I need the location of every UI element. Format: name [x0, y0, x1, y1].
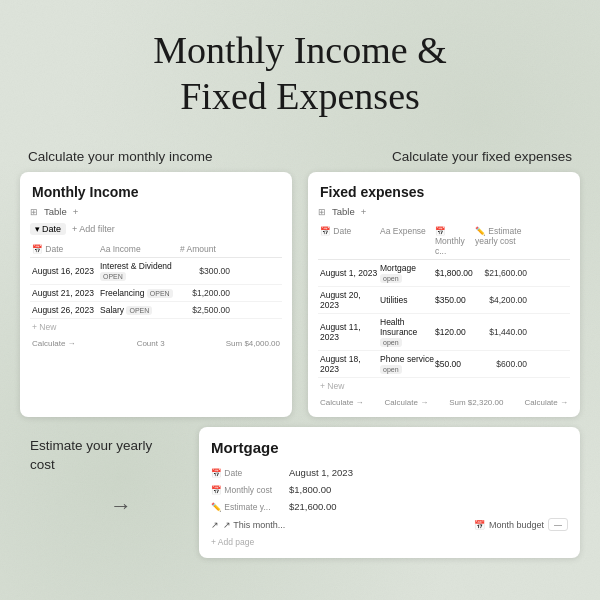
table-label: Table	[332, 206, 355, 217]
add-filter-label[interactable]: + Add filter	[72, 224, 115, 234]
table-row: August 1, 2023 Mortgage open $1,800.00 $…	[318, 260, 570, 287]
open-badge: OPEN	[100, 272, 126, 281]
row-monthly: $350.00	[435, 295, 475, 305]
open-badge: OPEN	[147, 289, 173, 298]
row-amount: $2,500.00	[180, 305, 230, 315]
minus-button[interactable]: —	[548, 518, 568, 531]
expense-toolbar: Table +	[318, 206, 570, 217]
col-monthly: 📅 Monthly c...	[435, 226, 475, 256]
page-title: Monthly Income & Fixed Expenses	[0, 0, 600, 139]
calc1[interactable]: Calculate →	[320, 398, 364, 407]
row-monthly: $120.00	[435, 327, 475, 337]
table-row: August 20, 2023 Utilities $350.00 $4,200…	[318, 287, 570, 314]
count-label: Count 3	[137, 339, 165, 348]
month-budget-section: 📅 Month budget —	[474, 518, 568, 531]
mortgage-monthly-row: 📅 Monthly cost $1,800.00	[211, 481, 568, 498]
sum-label: Sum $2,320.00	[449, 398, 503, 407]
new-row[interactable]: + New	[30, 319, 282, 335]
monthly-income-card: Monthly Income Table + ▾ Date + Add filt…	[20, 172, 292, 417]
add-page-row[interactable]: + Add page	[211, 534, 568, 550]
col-expense: Aa Expense	[380, 226, 435, 256]
row-date: August 20, 2023	[320, 290, 380, 310]
mortgage-title: Mortgage	[211, 439, 568, 456]
row-expense: Phone service open	[380, 354, 435, 374]
calculate-label[interactable]: Calculate →	[32, 339, 76, 348]
add-icon[interactable]: +	[73, 206, 79, 217]
col-date: 📅 Date	[320, 226, 380, 256]
row-expense: Utilities	[380, 295, 435, 305]
row-date: August 16, 2023	[32, 266, 100, 276]
expense-footer: Calculate → Calculate → Sum $2,320.00 Ca…	[318, 394, 570, 409]
income-filters: ▾ Date + Add filter	[30, 223, 282, 235]
row-date: August 21, 2023	[32, 288, 100, 298]
date-filter-button[interactable]: ▾ Date	[30, 223, 66, 235]
row-date: August 11, 2023	[320, 322, 380, 342]
calc2[interactable]: Calculate →	[385, 398, 429, 407]
table-row: August 21, 2023 Freelancing OPEN $1,200.…	[30, 285, 282, 302]
open-badge: open	[380, 274, 402, 283]
col-date: 📅 Date	[32, 244, 100, 254]
row-income: Salary OPEN	[100, 305, 180, 315]
col-income: Aa Income	[100, 244, 180, 254]
row-amount: $1,200.00	[180, 288, 230, 298]
expense-card-title: Fixed expenses	[318, 184, 570, 200]
mortgage-date-row: 📅 Date August 1, 2023	[211, 464, 568, 481]
table-row: August 18, 2023 Phone service open $50.0…	[318, 351, 570, 378]
income-footer: Calculate → Count 3 Sum $4,000.00	[30, 335, 282, 350]
row-monthly: $1,800.00	[435, 268, 475, 278]
fixed-expenses-card: Fixed expenses Table + 📅 Date Aa Expense…	[308, 172, 580, 417]
row-expense: Health Insurance open	[380, 317, 435, 347]
table-row: August 26, 2023 Salary OPEN $2,500.00	[30, 302, 282, 319]
calendar-icon: 📅	[474, 520, 485, 530]
table-icon	[30, 207, 38, 217]
estimate-label: Estimate your yearly cost	[30, 427, 175, 483]
mortgage-card: Mortgage 📅 Date August 1, 2023 📅 Monthly…	[199, 427, 580, 558]
add-icon[interactable]: +	[361, 206, 367, 217]
table-row: August 11, 2023 Health Insurance open $1…	[318, 314, 570, 351]
open-badge: OPEN	[126, 306, 152, 315]
row-amount: $300.00	[180, 266, 230, 276]
month-budget-row: ↗ ↗ This month... 📅 Month budget —	[211, 515, 568, 534]
row-yearly: $4,200.00	[475, 295, 527, 305]
income-table-header: 📅 Date Aa Income # Amount	[30, 241, 282, 258]
open-badge: open	[380, 338, 402, 347]
col-yearly: ✏️ Estimate yearly cost	[475, 226, 527, 256]
calc3[interactable]: Calculate →	[524, 398, 568, 407]
row-yearly: $1,440.00	[475, 327, 527, 337]
row-yearly: $21,600.00	[475, 268, 527, 278]
row-yearly: $600.00	[475, 359, 527, 369]
subtitle-right: Calculate your fixed expenses	[392, 149, 572, 164]
expense-new-row[interactable]: + New	[318, 378, 570, 394]
row-monthly: $50.00	[435, 359, 475, 369]
open-badge: open	[380, 365, 402, 374]
date-value: August 1, 2023	[289, 467, 353, 478]
table-row: August 16, 2023 Interest & Dividend OPEN…	[30, 258, 282, 285]
row-date: August 26, 2023	[32, 305, 100, 315]
col-amount: # Amount	[180, 244, 230, 254]
mortgage-yearly-row: ✏️ Estimate y... $21,600.00	[211, 498, 568, 515]
income-toolbar: Table +	[30, 206, 282, 217]
arrow-icon: →	[30, 483, 175, 519]
monthly-value: $1,800.00	[289, 484, 331, 495]
income-card-title: Monthly Income	[30, 184, 282, 200]
row-expense: Mortgage open	[380, 263, 435, 283]
row-date: August 1, 2023	[320, 268, 380, 278]
this-month-label: ↗ ↗ This month...	[211, 520, 285, 530]
subtitle-left: Calculate your monthly income	[28, 149, 213, 164]
row-income: Interest & Dividend OPEN	[100, 261, 180, 281]
yearly-label: ✏️ Estimate y...	[211, 502, 283, 512]
sum-label: Sum $4,000.00	[226, 339, 280, 348]
table-label: Table	[44, 206, 67, 217]
date-label: 📅 Date	[211, 468, 283, 478]
table-icon	[318, 207, 326, 217]
chevron-down-icon: ▾	[35, 224, 40, 234]
expense-table-header: 📅 Date Aa Expense 📅 Monthly c... ✏️ Esti…	[318, 223, 570, 260]
monthly-label: 📅 Monthly cost	[211, 485, 283, 495]
row-date: August 18, 2023	[320, 354, 380, 374]
yearly-value: $21,600.00	[289, 501, 337, 512]
row-income: Freelancing OPEN	[100, 288, 180, 298]
